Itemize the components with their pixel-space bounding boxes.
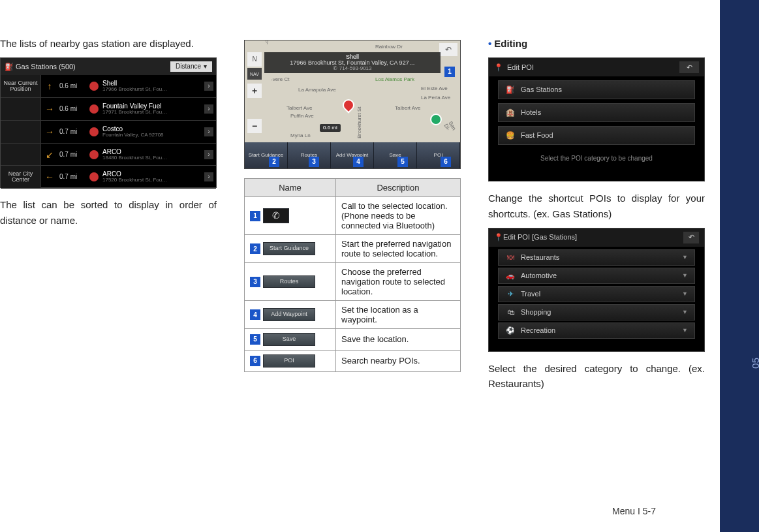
chevron-right-icon[interactable]: › (204, 104, 213, 114)
table-row: 2Start Guidance Start the preferred navi… (245, 235, 461, 263)
category-icon: ⛽ (505, 86, 516, 93)
callout-badge: 6 (250, 356, 260, 366)
description-cell: Set the location as a waypoint. (336, 301, 461, 329)
description-cell: Save the location. (336, 329, 461, 351)
filter-button[interactable] (1, 98, 40, 121)
zoom-in-button[interactable]: + (247, 84, 262, 98)
ui-button[interactable]: Save (263, 333, 315, 346)
category-icon: ⚽ (505, 327, 516, 334)
chevron-down-icon: ▼ (682, 309, 688, 315)
body-text: Change the shortcut POIs to display for … (488, 191, 705, 221)
table-header-name: Name (245, 179, 336, 197)
description-cell: Choose the preferred navigation route to… (336, 263, 461, 301)
list-item[interactable]: ↑ 0.6 mi Shell17966 Brookhurst St, Fou… … (41, 75, 216, 98)
chevron-down-icon: ▼ (682, 273, 688, 279)
category-icon: 🍽 (505, 254, 516, 261)
distance: 0.6 mi (59, 106, 85, 112)
sort-button[interactable]: Distance ▾ (170, 61, 212, 72)
chevron-right-icon[interactable]: › (204, 150, 213, 159)
map-tab[interactable]: Save (374, 142, 417, 168)
chevron-right-icon[interactable]: › (204, 82, 213, 91)
ui-button[interactable]: Add Waypoint (263, 308, 315, 321)
ui-button[interactable]: ✆ (263, 208, 289, 223)
screenshot-edit-poi: 📍Edit POI ↶ ⛽Gas Stations🏨Hotels🍔Fast Fo… (488, 57, 705, 181)
list-item[interactable]: → 0.7 mi CostcoFountain Valley, CA 92708… (41, 121, 216, 144)
poi-logo-icon (89, 127, 99, 136)
screenshot-map: Rainbow Dr ↶ Shell 17966 Brookhurst St, … (244, 40, 461, 169)
table-header-desc: Description (336, 179, 461, 197)
back-button[interactable]: ↶ (439, 43, 457, 56)
filter-button[interactable] (1, 144, 40, 166)
map-tab[interactable]: Start Guidance (245, 142, 288, 168)
table-row: 3Routes Choose the preferred navigation … (245, 263, 461, 301)
table-row: 6POI Search nearby POIs. (245, 350, 461, 371)
back-button[interactable]: ↶ (683, 232, 699, 243)
list-item[interactable]: 🚗Automotive▼ (498, 268, 695, 284)
direction-arrow-icon: → (44, 104, 55, 114)
zoom-out-button[interactable]: − (247, 119, 262, 133)
list-item[interactable]: ⚽Recreation▼ (498, 322, 695, 339)
chevron-down-icon: ▼ (682, 328, 688, 334)
list-item[interactable]: → 0.6 mi Fountain Valley Fuel17971 Brook… (41, 98, 216, 121)
nav-button[interactable]: NAV (247, 68, 262, 80)
callout-badge: 5 (397, 157, 408, 167)
category-icon: 🛍 (505, 309, 516, 316)
chevron-down-icon: ▼ (682, 291, 688, 297)
ui-button[interactable]: POI (263, 354, 315, 368)
car-icon (430, 114, 442, 125)
callout-badge: 2 (250, 243, 260, 254)
list-item[interactable]: ⛽Gas Stations (498, 80, 695, 99)
screenshot-edit-poi-cat: 📍Edit POI [Gas Stations] ↶ 🍽Restaurants▼… (488, 228, 705, 352)
map-pin-icon (343, 99, 354, 111)
chevron-right-icon[interactable]: › (204, 172, 213, 181)
callout-badge: 3 (250, 277, 260, 287)
distance-badge: 0.6 mi (320, 124, 341, 132)
map-tab[interactable]: POI (417, 142, 460, 168)
ui-button[interactable]: Start Guidance (263, 242, 315, 255)
filter-button[interactable]: Near Current Position (1, 75, 40, 98)
callout-badge: 1 (250, 211, 260, 221)
hint-text: Select the POI category to be changed (489, 155, 704, 162)
poi-logo-icon (89, 150, 99, 159)
compass-button[interactable]: N (247, 52, 262, 67)
direction-arrow-icon: ← (44, 172, 55, 181)
section-heading: •Editing (488, 36, 705, 51)
back-button[interactable]: ↶ (679, 61, 699, 73)
list-item[interactable]: 🏨Hotels (498, 103, 695, 122)
list-item[interactable]: 🛍Shopping▼ (498, 304, 695, 321)
distance: 0.7 mi (59, 151, 85, 158)
address-bar: Shell 17966 Brookhurst St, Fountain Vall… (264, 52, 441, 73)
callout-badge: 6 (441, 157, 451, 167)
poi-logo-icon (89, 82, 99, 91)
callout-1: 1 (444, 67, 455, 77)
direction-arrow-icon: → (44, 127, 55, 136)
distance: 0.6 mi (59, 83, 85, 89)
direction-arrow-icon: ↙ (44, 150, 55, 159)
description-cell: Call to the selected location. (Phone ne… (336, 197, 461, 235)
filter-button[interactable]: Near City Center (1, 166, 40, 189)
category-icon: 🍔 (505, 132, 516, 139)
table-row: 4Add Waypoint Set the location as a wayp… (245, 301, 461, 329)
list-item[interactable]: 🍔Fast Food (498, 126, 695, 145)
page-footer: Menu I 5-7 (612, 506, 656, 516)
list-item[interactable]: ← 0.7 mi ARCO17520 Brookhurst St, Fou… › (41, 166, 216, 189)
callout-badge: 3 (309, 157, 319, 167)
chapter-tab: 05 (720, 0, 759, 532)
chevron-down-icon: ▼ (682, 255, 688, 260)
description-cell: Search nearby POIs. (336, 350, 461, 371)
chevron-right-icon[interactable]: › (204, 127, 213, 136)
callout-badge: 4 (250, 309, 260, 320)
description-cell: Start the preferred navigation route to … (336, 235, 461, 263)
body-text: The list can be sorted to display in ord… (0, 197, 217, 228)
description-table: Name Description 1✆ Call to the selected… (244, 178, 461, 372)
list-item[interactable]: ↙ 0.7 mi ARCO18480 Brookhurst St, Fou… › (41, 144, 216, 166)
list-item[interactable]: ✈Travel▼ (498, 286, 695, 302)
filter-button[interactable] (1, 121, 40, 144)
list-item[interactable]: 🍽Restaurants▼ (498, 249, 695, 266)
map-tab[interactable]: Add Waypoint (331, 142, 374, 168)
table-row: 5Save Save the location. (245, 329, 461, 351)
screenshot-gas-stations: ⛽ Gas Stations (500) Distance ▾ Near Cur… (0, 57, 217, 188)
category-icon: 🚗 (505, 272, 516, 279)
ui-button[interactable]: Routes (263, 275, 315, 289)
callout-badge: 5 (250, 334, 260, 345)
